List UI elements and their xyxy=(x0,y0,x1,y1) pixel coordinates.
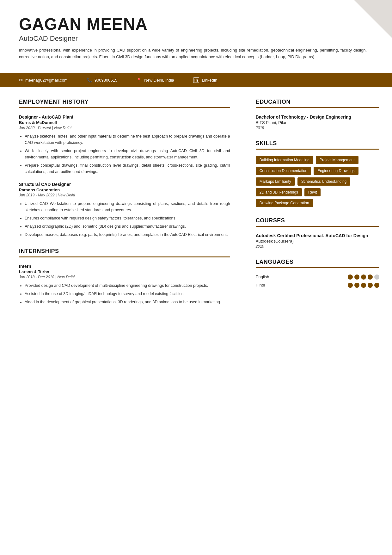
intern-bullet-2: Assisted in the use of 3D imaging/ LiDAR… xyxy=(25,291,230,297)
summary-text: Innovative professional with experience … xyxy=(19,47,367,60)
language-dots-0 xyxy=(348,274,379,280)
language-dot-0-2 xyxy=(361,274,366,280)
skill-tag-0: Building Information Modeling xyxy=(256,156,313,164)
intern-company-1: Larson & Turbo xyxy=(19,269,230,274)
edu-year-1: 2019 xyxy=(256,126,379,130)
job-title-2: Structural CAD Designer xyxy=(19,182,230,187)
employment-section: EMPLOYMENT HISTORY Designer - AutoCAD Pl… xyxy=(19,99,230,238)
skill-tag-2: Construction Documentation xyxy=(256,167,311,175)
intern-bullet-3: Aided in the development of graphical pr… xyxy=(25,299,230,305)
skill-tag-6: 2D and 3D Renderings xyxy=(256,188,302,196)
job-entry-2: Structural CAD Designer Parsons Corporat… xyxy=(19,182,230,238)
contact-linkedin[interactable]: in LinkedIn xyxy=(193,77,217,83)
resume-wrapper: GAGAN MEENA AutoCAD Designer Innovative … xyxy=(0,0,392,555)
job-date-2: Jan 2019 - May 2022 | New Delhi xyxy=(19,193,230,197)
contact-bar: ✉ meenag02@gmail.com 📞 9009800515 📍 New … xyxy=(0,73,392,87)
job-title-1: Designer - AutoCAD Plant xyxy=(19,114,230,120)
bullet-2-3: Analyzed orthographic (2D) and isometric… xyxy=(25,223,230,230)
language-dot-0-1 xyxy=(354,274,359,280)
language-dot-0-0 xyxy=(348,274,353,280)
bullet-1-1: Analyze sketches, notes, and other input… xyxy=(25,133,230,146)
skill-tag-5: Schematics Understanding xyxy=(297,177,350,186)
language-dot-1-2 xyxy=(361,283,366,288)
course-year-1: 2020 xyxy=(256,244,379,249)
skill-tag-7: Revit xyxy=(304,188,321,196)
language-row-0: English xyxy=(256,274,379,280)
job-date-1: Jun 2020 - Present | New Delhi xyxy=(19,126,230,130)
course-title-1: Autodesk Certified Professional: AutoCAD… xyxy=(256,233,379,238)
location-value: New Delhi, India xyxy=(144,78,174,83)
phone-value: 9009800515 xyxy=(95,78,117,83)
job-bullets-1: Analyze sketches, notes, and other input… xyxy=(19,133,230,175)
language-dots-1 xyxy=(348,283,379,288)
language-dot-1-4 xyxy=(374,283,379,288)
language-name-0: English xyxy=(256,274,281,279)
contact-location: 📍 New Delhi, India xyxy=(136,77,174,83)
company-2: Parsons Corporation xyxy=(19,188,230,192)
location-icon: 📍 xyxy=(136,77,142,83)
intern-bullet-1: Provided design and CAD development of m… xyxy=(25,282,230,289)
bullet-1-3: Prepare conceptual drawings, final const… xyxy=(25,162,230,175)
job-entry-1: Designer - AutoCAD Plant Burns & McDonne… xyxy=(19,114,230,175)
edu-school-1: BITS Pilani, Pilani xyxy=(256,120,379,125)
right-column: EDUCATION Bachelor of Technology - Desig… xyxy=(243,87,392,327)
linkedin-icon: in xyxy=(193,77,199,83)
bullet-2-4: Developed macros, databases (e.g. parts,… xyxy=(25,231,230,238)
intern-date-1: Jun 2018 - Dec 2018 | New Delhi xyxy=(19,275,230,279)
languages-title: LANGUAGES xyxy=(256,259,379,268)
two-col-layout: EMPLOYMENT HISTORY Designer - AutoCAD Pl… xyxy=(0,87,392,339)
courses-title: COURSES xyxy=(256,217,379,227)
skill-tag-4: Markups familiarity xyxy=(256,177,295,186)
edu-degree-1: Bachelor of Technology - Design Engineer… xyxy=(256,114,379,120)
company-1: Burns & McDonnell xyxy=(19,120,230,125)
internships-title: INTERNSHIPS xyxy=(19,248,230,257)
bullet-1-2: Work closely with senior project enginee… xyxy=(25,148,230,160)
bullet-2-1: Utilized CAD Workstation to prepare engi… xyxy=(25,200,230,213)
employment-title: EMPLOYMENT HISTORY xyxy=(19,99,230,108)
course-provider-1: Autodesk (Coursera) xyxy=(256,239,379,244)
contact-email: ✉ meenag02@gmail.com xyxy=(19,77,68,83)
candidate-title: AutoCAD Designer xyxy=(19,34,373,43)
language-dot-0-3 xyxy=(368,274,373,280)
languages-container: EnglishHindi xyxy=(256,274,379,288)
language-dot-1-3 xyxy=(368,283,373,288)
language-dot-1-1 xyxy=(354,283,359,288)
email-value: meenag02@gmail.com xyxy=(25,78,68,83)
skill-tag-1: Project Management xyxy=(316,156,358,164)
intern-bullets-1: Provided design and CAD development of m… xyxy=(19,282,230,305)
education-title: EDUCATION xyxy=(256,99,379,108)
header-section: GAGAN MEENA AutoCAD Designer Innovative … xyxy=(0,0,392,67)
internships-section: INTERNSHIPS Intern Larson & Turbo Jun 20… xyxy=(19,248,230,305)
language-dot-1-0 xyxy=(348,283,353,288)
bullet-2-2: Ensures compliance with required design … xyxy=(25,215,230,221)
internship-entry-1: Intern Larson & Turbo Jun 2018 - Dec 201… xyxy=(19,264,230,305)
language-dot-0-4 xyxy=(374,274,379,280)
contact-phone: 📞 9009800515 xyxy=(87,77,117,83)
education-section: EDUCATION Bachelor of Technology - Desig… xyxy=(256,99,379,130)
linkedin-link[interactable]: LinkedIn xyxy=(202,78,217,83)
language-name-1: Hindi xyxy=(256,283,281,287)
languages-section: LANGUAGES EnglishHindi xyxy=(256,259,379,288)
skill-tag-8: Drawing Package Generation xyxy=(256,199,313,207)
skills-container: Building Information ModelingProject Man… xyxy=(256,156,379,207)
email-icon: ✉ xyxy=(19,77,23,83)
left-column: EMPLOYMENT HISTORY Designer - AutoCAD Pl… xyxy=(0,87,243,327)
skills-section: SKILLS Building Information ModelingProj… xyxy=(256,140,379,207)
courses-section: COURSES Autodesk Certified Professional:… xyxy=(256,217,379,249)
job-bullets-2: Utilized CAD Workstation to prepare engi… xyxy=(19,200,230,238)
skills-title: SKILLS xyxy=(256,140,379,150)
skill-tag-3: Engineering Drawings xyxy=(314,167,358,175)
language-row-1: Hindi xyxy=(256,283,379,288)
candidate-name: GAGAN MEENA xyxy=(19,15,373,33)
intern-title-1: Intern xyxy=(19,264,230,269)
phone-icon: 📞 xyxy=(87,77,92,83)
